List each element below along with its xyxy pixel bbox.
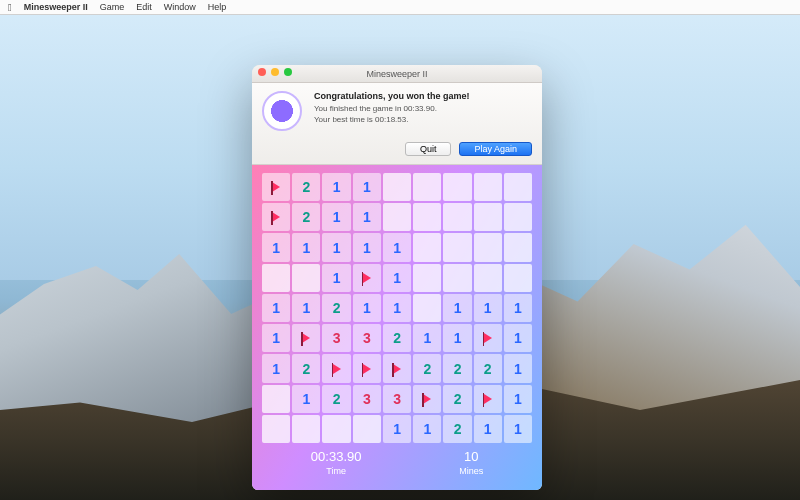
cell-0-5[interactable] xyxy=(413,173,441,201)
cell-5-7[interactable] xyxy=(474,324,502,352)
cell-8-2[interactable] xyxy=(322,415,350,443)
menu-window[interactable]: Window xyxy=(164,2,196,12)
flag-icon xyxy=(484,333,492,343)
cell-0-6[interactable] xyxy=(443,173,471,201)
game-window: Minesweeper II Congratulations, you won … xyxy=(252,65,542,490)
zoom-icon[interactable] xyxy=(284,68,292,76)
time-stat: 00:33.90 Time xyxy=(311,449,362,478)
cell-0-3[interactable]: 1 xyxy=(353,173,381,201)
cell-1-0[interactable] xyxy=(262,203,290,231)
cell-7-3[interactable]: 3 xyxy=(353,385,381,413)
cell-7-1[interactable]: 1 xyxy=(292,385,320,413)
flag-icon xyxy=(363,273,371,283)
cell-2-1[interactable]: 1 xyxy=(292,233,320,261)
cell-4-7[interactable]: 1 xyxy=(474,294,502,322)
cell-7-5[interactable] xyxy=(413,385,441,413)
cell-6-6[interactable]: 2 xyxy=(443,354,471,382)
cell-4-2[interactable]: 2 xyxy=(322,294,350,322)
cell-3-1[interactable] xyxy=(292,264,320,292)
cell-6-4[interactable] xyxy=(383,354,411,382)
cell-8-8[interactable]: 1 xyxy=(504,415,532,443)
cell-8-1[interactable] xyxy=(292,415,320,443)
cell-4-0[interactable]: 1 xyxy=(262,294,290,322)
cell-7-2[interactable]: 2 xyxy=(322,385,350,413)
cell-1-6[interactable] xyxy=(443,203,471,231)
cell-0-7[interactable] xyxy=(474,173,502,201)
cell-0-2[interactable]: 1 xyxy=(322,173,350,201)
cell-5-3[interactable]: 3 xyxy=(353,324,381,352)
cell-3-5[interactable] xyxy=(413,264,441,292)
cell-3-0[interactable] xyxy=(262,264,290,292)
cell-3-3[interactable] xyxy=(353,264,381,292)
cell-8-0[interactable] xyxy=(262,415,290,443)
cell-6-8[interactable]: 1 xyxy=(504,354,532,382)
menu-edit[interactable]: Edit xyxy=(136,2,152,12)
cell-4-1[interactable]: 1 xyxy=(292,294,320,322)
cell-8-7[interactable]: 1 xyxy=(474,415,502,443)
cell-6-0[interactable]: 1 xyxy=(262,354,290,382)
cell-1-2[interactable]: 1 xyxy=(322,203,350,231)
cell-3-4[interactable]: 1 xyxy=(383,264,411,292)
cell-1-1[interactable]: 2 xyxy=(292,203,320,231)
cell-0-4[interactable] xyxy=(383,173,411,201)
cell-4-4[interactable]: 1 xyxy=(383,294,411,322)
cell-5-0[interactable]: 1 xyxy=(262,324,290,352)
window-titlebar[interactable]: Minesweeper II xyxy=(252,65,542,83)
cell-5-6[interactable]: 1 xyxy=(443,324,471,352)
minimize-icon[interactable] xyxy=(271,68,279,76)
close-icon[interactable] xyxy=(258,68,266,76)
apple-menu-icon[interactable]:  xyxy=(8,2,12,13)
app-menu[interactable]: Minesweeper II xyxy=(24,2,88,12)
cell-1-5[interactable] xyxy=(413,203,441,231)
menu-game[interactable]: Game xyxy=(100,2,125,12)
cell-7-6[interactable]: 2 xyxy=(443,385,471,413)
cell-7-0[interactable] xyxy=(262,385,290,413)
cell-7-7[interactable] xyxy=(474,385,502,413)
cell-2-4[interactable]: 1 xyxy=(383,233,411,261)
cell-0-0[interactable] xyxy=(262,173,290,201)
cell-3-6[interactable] xyxy=(443,264,471,292)
cell-6-5[interactable]: 2 xyxy=(413,354,441,382)
cell-5-4[interactable]: 2 xyxy=(383,324,411,352)
cell-4-6[interactable]: 1 xyxy=(443,294,471,322)
cell-3-7[interactable] xyxy=(474,264,502,292)
flag-icon xyxy=(333,364,341,374)
cell-0-1[interactable]: 2 xyxy=(292,173,320,201)
cell-1-7[interactable] xyxy=(474,203,502,231)
mine-grid: 2112111111111112111111332111122221123321… xyxy=(262,173,532,443)
cell-1-3[interactable]: 1 xyxy=(353,203,381,231)
cell-1-4[interactable] xyxy=(383,203,411,231)
flag-icon xyxy=(484,394,492,404)
cell-7-8[interactable]: 1 xyxy=(504,385,532,413)
cell-2-7[interactable] xyxy=(474,233,502,261)
cell-6-7[interactable]: 2 xyxy=(474,354,502,382)
cell-5-5[interactable]: 1 xyxy=(413,324,441,352)
cell-4-5[interactable] xyxy=(413,294,441,322)
cell-5-2[interactable]: 3 xyxy=(322,324,350,352)
play-again-button[interactable]: Play Again xyxy=(459,142,532,156)
cell-7-4[interactable]: 3 xyxy=(383,385,411,413)
cell-0-8[interactable] xyxy=(504,173,532,201)
cell-8-3[interactable] xyxy=(353,415,381,443)
cell-8-4[interactable]: 1 xyxy=(383,415,411,443)
cell-5-8[interactable]: 1 xyxy=(504,324,532,352)
cell-2-8[interactable] xyxy=(504,233,532,261)
cell-4-8[interactable]: 1 xyxy=(504,294,532,322)
cell-3-2[interactable]: 1 xyxy=(322,264,350,292)
cell-1-8[interactable] xyxy=(504,203,532,231)
quit-button[interactable]: Quit xyxy=(405,142,452,156)
cell-8-5[interactable]: 1 xyxy=(413,415,441,443)
cell-6-1[interactable]: 2 xyxy=(292,354,320,382)
cell-5-1[interactable] xyxy=(292,324,320,352)
cell-3-8[interactable] xyxy=(504,264,532,292)
cell-8-6[interactable]: 2 xyxy=(443,415,471,443)
cell-6-3[interactable] xyxy=(353,354,381,382)
cell-2-6[interactable] xyxy=(443,233,471,261)
cell-2-3[interactable]: 1 xyxy=(353,233,381,261)
cell-2-2[interactable]: 1 xyxy=(322,233,350,261)
menu-help[interactable]: Help xyxy=(208,2,227,12)
cell-2-5[interactable] xyxy=(413,233,441,261)
cell-6-2[interactable] xyxy=(322,354,350,382)
cell-2-0[interactable]: 1 xyxy=(262,233,290,261)
cell-4-3[interactable]: 1 xyxy=(353,294,381,322)
